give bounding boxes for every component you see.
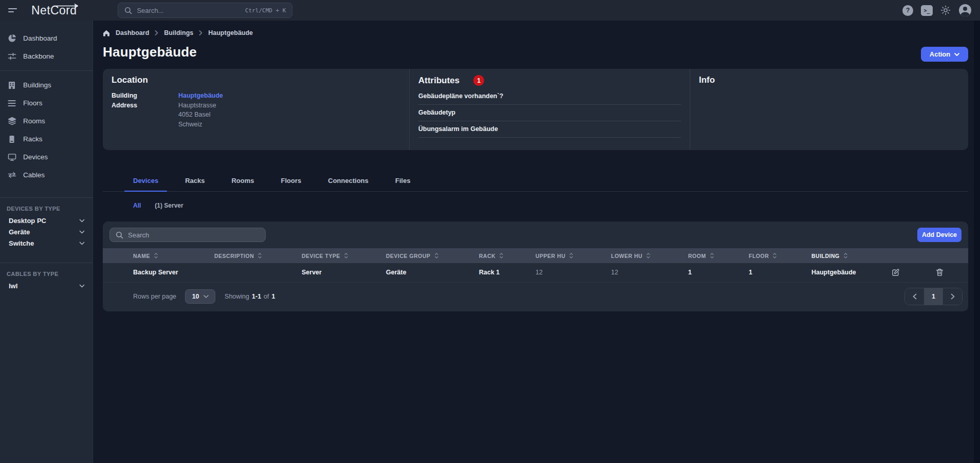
devices-table-card: Add Device NAME DESCRIPTION DEVICE TYPE … (103, 221, 968, 311)
breadcrumb-item-dashboard[interactable]: Dashboard (116, 29, 149, 36)
delete-icon[interactable] (936, 268, 944, 276)
sidebar-item-floors[interactable]: Floors (0, 94, 93, 112)
subtab-all[interactable]: All (133, 202, 141, 209)
scrollbar-track[interactable] (974, 21, 980, 463)
column-header-rack[interactable]: RACK (479, 248, 535, 263)
sidebar-subitem-label: lwl (9, 282, 17, 290)
action-button-label: Action (930, 50, 950, 58)
column-header-lower-hu[interactable]: LOWER HU (611, 248, 688, 263)
column-header-building[interactable]: BUILDING (811, 248, 897, 263)
theme-sun-icon[interactable] (940, 5, 951, 15)
help-icon[interactable]: ? (902, 5, 913, 16)
avatar[interactable] (958, 4, 972, 17)
attribute-item: Übungsalarm im Gebäude (418, 121, 681, 138)
previous-page-button[interactable] (905, 288, 924, 305)
attributes-list: Gebäudepläne vorhanden`? Gebäudetyp Übun… (418, 88, 681, 138)
sidebar-item-geraete[interactable]: Geräte (0, 226, 93, 237)
sidebar-item-label: Backbone (23, 52, 54, 60)
column-header-name[interactable]: NAME (103, 248, 214, 263)
sidebar-item-devices[interactable]: Devices (0, 148, 93, 166)
current-page[interactable]: 1 (924, 288, 943, 305)
sort-icon[interactable] (154, 253, 158, 258)
sidebar-subitem-label: Desktop PC (9, 217, 46, 225)
column-header-floor[interactable]: FLOOR (749, 248, 811, 263)
rows-per-page-value: 10 (192, 293, 199, 300)
breadcrumb-item-buildings[interactable]: Buildings (164, 29, 193, 36)
address-label: Address (112, 101, 178, 129)
column-header-upper-hu[interactable]: UPPER HU (535, 248, 611, 263)
table-search[interactable] (109, 228, 266, 242)
sort-icon[interactable] (710, 253, 714, 258)
rows-icon (7, 100, 16, 107)
topbar-actions: ? >_ (902, 4, 972, 17)
sidebar-item-switche[interactable]: Switche (0, 237, 93, 249)
sliders-icon (7, 52, 16, 61)
building-icon (7, 81, 16, 89)
app-logo[interactable]: NetCord (31, 5, 77, 16)
showing-total: 1 (272, 293, 275, 300)
column-header-device-group[interactable]: DEVICE GROUP (386, 248, 479, 263)
address-line: Schweiz (178, 120, 400, 129)
action-button[interactable]: Action (921, 47, 968, 62)
cell-floor: 1 (749, 263, 811, 282)
global-search-input[interactable] (137, 7, 241, 14)
chevron-down-icon (204, 295, 209, 298)
building-link[interactable]: Hauptgebäude (178, 91, 400, 101)
chevron-down-icon (79, 242, 85, 245)
rows-per-page-select[interactable]: 10 (185, 289, 215, 304)
sort-icon[interactable] (646, 253, 650, 258)
table-footer: Rows per page 10 Showing 1-1 of 1 (103, 283, 968, 311)
sidebar-item-backbone[interactable]: Backbone (0, 47, 93, 65)
column-header-room[interactable]: ROOM (688, 248, 749, 263)
home-icon[interactable] (103, 30, 110, 36)
sort-icon[interactable] (258, 253, 262, 258)
column-header-device-type[interactable]: DEVICE TYPE (302, 248, 386, 263)
sidebar-divider (0, 70, 93, 71)
edit-icon[interactable] (892, 268, 900, 276)
sidebar-item-buildings[interactable]: Buildings (0, 76, 93, 94)
tab-rooms[interactable]: Rooms (223, 177, 263, 191)
app-window: NetCord Ctrl/CMD + K ? >_ (0, 0, 980, 463)
column-header-actions (897, 248, 968, 263)
tab-racks[interactable]: Racks (176, 177, 213, 191)
breadcrumb-item-current: Hauptgebäude (208, 29, 253, 36)
sort-icon[interactable] (435, 253, 438, 258)
table-row[interactable]: Backup Server Server Geräte Rack 1 12 12… (103, 263, 968, 282)
next-page-button[interactable] (943, 288, 962, 305)
sidebar-item-dashboard[interactable]: Dashboard (0, 29, 93, 47)
sidebar-item-rooms[interactable]: Rooms (0, 112, 93, 130)
terminal-icon[interactable]: >_ (921, 5, 933, 16)
sort-icon[interactable] (773, 253, 776, 258)
tab-connections[interactable]: Connections (319, 177, 377, 191)
global-search[interactable]: Ctrl/CMD + K (118, 3, 292, 18)
sort-icon[interactable] (344, 253, 348, 258)
sidebar-section-devices-by-type: DEVICES BY TYPE (0, 206, 93, 212)
table-search-input[interactable] (128, 231, 260, 239)
pagination: 1 (904, 288, 963, 305)
tab-floors[interactable]: Floors (272, 177, 310, 191)
sidebar-item-desktop-pc[interactable]: Desktop PC (0, 215, 93, 226)
cell-rack: Rack 1 (479, 263, 535, 282)
sidebar-item-lwl[interactable]: lwl (0, 280, 93, 291)
help-glyph: ? (906, 7, 910, 14)
tab-devices[interactable]: Devices (124, 177, 167, 191)
topbar: NetCord Ctrl/CMD + K ? >_ (0, 0, 980, 21)
sort-icon[interactable] (500, 253, 503, 258)
sidebar-item-cables[interactable]: Cables (0, 166, 93, 184)
device-filter-tabs: All (1) Server (103, 202, 968, 209)
menu-toggle-icon[interactable] (8, 8, 17, 13)
breadcrumb: Dashboard Buildings Hauptgebäude (103, 29, 968, 36)
chevron-down-icon (79, 284, 85, 288)
main-content: Dashboard Buildings Hauptgebäude Hauptge… (93, 21, 980, 463)
sidebar-subitem-label: Geräte (9, 228, 30, 236)
sort-icon[interactable] (569, 253, 573, 258)
add-device-button[interactable]: Add Device (917, 228, 961, 242)
sidebar-item-racks[interactable]: Racks (0, 130, 93, 148)
subtab-server[interactable]: (1) Server (155, 202, 183, 209)
column-header-description[interactable]: DESCRIPTION (214, 248, 302, 263)
cell-room: 1 (688, 263, 749, 282)
tab-files[interactable]: Files (386, 177, 419, 191)
table-header-row: NAME DESCRIPTION DEVICE TYPE DEVICE GROU… (103, 248, 968, 263)
sidebar-section-cables-by-type: CABLES BY TYPE (0, 271, 93, 277)
sort-icon[interactable] (844, 253, 847, 258)
